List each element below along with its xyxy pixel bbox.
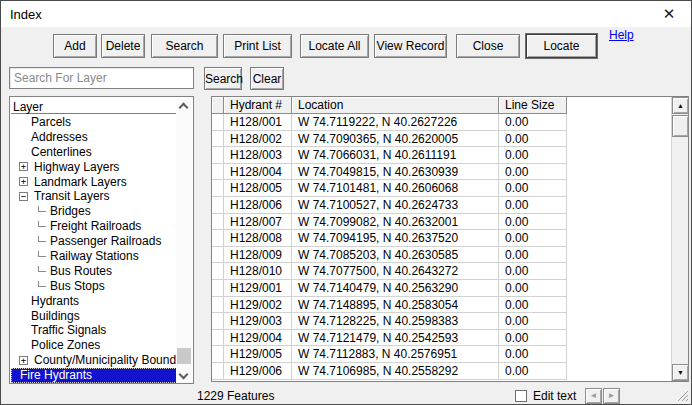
tree-item-addresses[interactable]: Addresses <box>11 130 177 145</box>
row-selector-cell[interactable] <box>212 346 224 363</box>
table-cell[interactable]: 0.00 <box>499 330 567 347</box>
search-input[interactable] <box>9 67 194 89</box>
search-button[interactable]: Search <box>204 67 242 90</box>
row-selector-cell[interactable] <box>212 164 224 181</box>
collapse-icon[interactable]: − <box>19 192 28 201</box>
scroll-up-icon[interactable] <box>179 103 189 113</box>
clear-button[interactable]: Clear <box>250 67 284 90</box>
table-cell[interactable]: 0.00 <box>499 214 567 231</box>
table-row[interactable]: H128/003W 74.7066031, N 40.26111910.00 <box>212 147 671 164</box>
table-row[interactable]: H129/005W 74.7112883, N 40.25769510.00 <box>212 346 671 363</box>
search-button[interactable]: Search <box>151 34 218 58</box>
table-cell[interactable]: 0.00 <box>499 164 567 181</box>
delete-button[interactable]: Delete <box>101 34 145 58</box>
table-cell[interactable]: H128/005 <box>224 180 292 197</box>
prev-record-button[interactable]: ◄ <box>585 388 602 404</box>
table-cell[interactable]: W 74.7106985, N 40.2558292 <box>292 363 499 380</box>
table-cell[interactable]: W 74.7094195, N 40.2637520 <box>292 230 499 247</box>
table-cell[interactable]: 0.00 <box>499 363 567 380</box>
table-cell[interactable]: H129/004 <box>224 330 292 347</box>
row-selector-cell[interactable] <box>212 280 224 297</box>
close-button[interactable]: Close <box>456 34 520 58</box>
table-row[interactable]: H128/007W 74.7099082, N 40.26320010.00 <box>212 214 671 231</box>
column-header-selector[interactable] <box>212 97 224 114</box>
table-cell[interactable]: W 74.7085203, N 40.2630585 <box>292 247 499 264</box>
row-selector-cell[interactable] <box>212 363 224 380</box>
locate-all-button[interactable]: Locate All <box>300 34 369 58</box>
tree-item-bus-stops[interactable]: Bus Stops <box>11 279 177 294</box>
tree-item-highway-layers[interactable]: +Highway Layers <box>11 160 177 175</box>
table-cell[interactable]: W 74.7112883, N 40.2576951 <box>292 346 499 363</box>
column-header-line-size[interactable]: Line Size <box>499 97 567 114</box>
tree-item-county-municipality-boundaries[interactable]: +County/Municipality Boundaries <box>11 353 177 368</box>
close-icon[interactable]: ✕ <box>647 1 691 27</box>
edit-text-checkbox[interactable] <box>515 390 527 402</box>
table-cell[interactable]: 0.00 <box>499 263 567 280</box>
table-cell[interactable]: 0.00 <box>499 280 567 297</box>
row-selector-cell[interactable] <box>212 180 224 197</box>
scroll-up-button[interactable]: ▲ <box>672 97 689 114</box>
expand-icon[interactable]: + <box>19 356 28 365</box>
table-cell[interactable]: H128/010 <box>224 263 292 280</box>
table-row[interactable]: H128/009W 74.7085203, N 40.26305850.00 <box>212 247 671 264</box>
table-cell[interactable]: H128/007 <box>224 214 292 231</box>
scroll-down-button[interactable]: ▼ <box>672 364 689 381</box>
table-row[interactable]: H128/004W 74.7049815, N 40.26309390.00 <box>212 164 671 181</box>
table-cell[interactable]: 0.00 <box>499 230 567 247</box>
resize-grip-icon[interactable] <box>676 389 689 402</box>
tree-scrollbar-thumb[interactable] <box>177 348 191 364</box>
table-cell[interactable]: W 74.7066031, N 40.2611191 <box>292 147 499 164</box>
tree-item-buildings[interactable]: Buildings <box>11 309 177 324</box>
table-cell[interactable]: 0.00 <box>499 297 567 314</box>
table-cell[interactable]: W 74.7100527, N 40.2624733 <box>292 197 499 214</box>
table-scrollbar[interactable]: ▲ ▼ <box>671 97 688 381</box>
view-record-button[interactable]: View Record <box>374 34 447 58</box>
table-scrollbar-thumb[interactable] <box>672 115 689 137</box>
row-selector-cell[interactable] <box>212 197 224 214</box>
table-row[interactable]: H129/006W 74.7106985, N 40.25582920.00 <box>212 363 671 380</box>
expand-icon[interactable]: + <box>19 177 28 186</box>
row-selector-cell[interactable] <box>212 214 224 231</box>
table-cell[interactable]: H128/006 <box>224 197 292 214</box>
column-header-location[interactable]: Location <box>292 97 499 114</box>
table-cell[interactable]: W 74.7119222, N 40.2627226 <box>292 114 499 131</box>
tree-item-traffic-signals[interactable]: Traffic Signals <box>11 323 177 338</box>
table-cell[interactable]: H129/002 <box>224 297 292 314</box>
table-cell[interactable]: W 74.7077500, N 40.2643272 <box>292 263 499 280</box>
column-header-hydrant-[interactable]: Hydrant # <box>224 97 292 114</box>
table-cell[interactable]: H129/006 <box>224 363 292 380</box>
table-cell[interactable]: 0.00 <box>499 114 567 131</box>
table-row[interactable]: H128/002W 74.7090365, N 40.26200050.00 <box>212 131 671 148</box>
table-row[interactable]: H129/003W 74.7128225, N 40.25983830.00 <box>212 313 671 330</box>
table-cell[interactable]: 0.00 <box>499 247 567 264</box>
table-row[interactable]: H128/005W 74.7101481, N 40.26060680.00 <box>212 180 671 197</box>
table-row[interactable]: H129/001W 74.7140479, N 40.25632900.00 <box>212 280 671 297</box>
row-selector-cell[interactable] <box>212 263 224 280</box>
table-row[interactable]: H128/010W 74.7077500, N 40.26432720.00 <box>212 263 671 280</box>
table-row[interactable]: H128/006W 74.7100527, N 40.26247330.00 <box>212 197 671 214</box>
row-selector-cell[interactable] <box>212 330 224 347</box>
table-cell[interactable]: H128/009 <box>224 247 292 264</box>
table-cell[interactable]: W 74.7099082, N 40.2632001 <box>292 214 499 231</box>
tree-item-passenger-railroads[interactable]: Passenger Railroads <box>11 234 177 249</box>
table-cell[interactable]: H128/004 <box>224 164 292 181</box>
table-cell[interactable]: H129/001 <box>224 280 292 297</box>
tree-item-railway-stations[interactable]: Railway Stations <box>11 249 177 264</box>
table-cell[interactable]: H128/008 <box>224 230 292 247</box>
table-cell[interactable]: W 74.7148895, N 40.2583054 <box>292 297 499 314</box>
row-selector-cell[interactable] <box>212 230 224 247</box>
row-selector-cell[interactable] <box>212 297 224 314</box>
table-row[interactable]: H128/001W 74.7119222, N 40.26272260.00 <box>212 114 671 131</box>
tree-item-fire-hydrants[interactable]: Fire Hydrants <box>11 368 177 383</box>
row-selector-cell[interactable] <box>212 247 224 264</box>
tree-item-hydrants[interactable]: Hydrants <box>11 294 177 309</box>
next-record-button[interactable]: ► <box>603 388 620 404</box>
row-selector-cell[interactable] <box>212 313 224 330</box>
tree-item-landmark-layers[interactable]: +Landmark Layers <box>11 175 177 190</box>
table-cell[interactable]: W 74.7049815, N 40.2630939 <box>292 164 499 181</box>
table-cell[interactable]: 0.00 <box>499 131 567 148</box>
tree-item-transit-layers[interactable]: −Transit Layers <box>11 189 177 204</box>
tree-item-bus-routes[interactable]: Bus Routes <box>11 264 177 279</box>
table-cell[interactable]: W 74.7101481, N 40.2606068 <box>292 180 499 197</box>
tree-scrollbar[interactable] <box>176 98 192 384</box>
